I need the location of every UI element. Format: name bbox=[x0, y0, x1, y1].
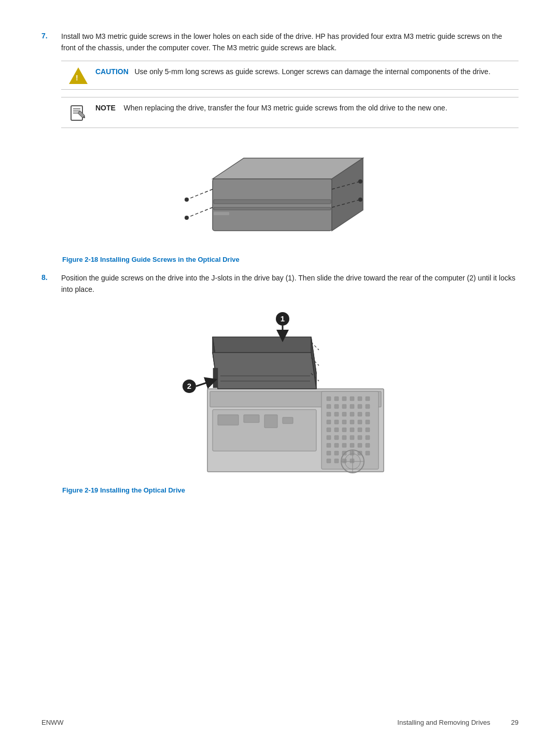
svg-rect-41 bbox=[327, 420, 331, 424]
figure-19-area: 1 2 Figure 2-19 Installing the Optical D… bbox=[41, 306, 519, 494]
step-8-text: Position the guide screws on the drive i… bbox=[61, 274, 515, 293]
svg-rect-47 bbox=[327, 428, 331, 432]
figure-19-caption-text: Installing the Optical Drive bbox=[98, 486, 185, 494]
figure-19-label: Figure 2-19 bbox=[62, 486, 98, 494]
svg-rect-9 bbox=[214, 200, 331, 204]
svg-rect-83 bbox=[283, 417, 293, 424]
figure-18-caption: Figure 2-18 Installing Guide Screws in t… bbox=[41, 256, 519, 263]
svg-point-19 bbox=[358, 198, 362, 202]
svg-rect-62 bbox=[350, 443, 354, 447]
svg-rect-30 bbox=[334, 404, 339, 409]
svg-rect-50 bbox=[350, 428, 354, 432]
page-footer: ENWW Installing and Removing Drives 29 bbox=[41, 719, 519, 726]
svg-rect-43 bbox=[342, 420, 346, 424]
svg-point-16 bbox=[185, 198, 189, 202]
caution-icon bbox=[68, 67, 88, 84]
footer-page: 29 bbox=[511, 719, 519, 726]
svg-rect-32 bbox=[350, 404, 354, 409]
step-7-number: 7. bbox=[41, 31, 52, 135]
svg-rect-72 bbox=[334, 459, 339, 463]
svg-rect-73 bbox=[342, 459, 346, 463]
notepad-icon bbox=[69, 104, 88, 122]
footer-right: Installing and Removing Drives 29 bbox=[397, 719, 519, 726]
caution-box: CAUTION Use only 5-mm long screws as gui… bbox=[61, 61, 519, 90]
figure-18-image bbox=[171, 148, 389, 251]
note-box: NOTE When replacing the drive, transfer … bbox=[61, 97, 519, 128]
svg-rect-31 bbox=[342, 404, 346, 409]
step-7: 7. Install two M3 metric guide screws in… bbox=[41, 31, 519, 135]
svg-rect-56 bbox=[350, 435, 354, 440]
svg-rect-52 bbox=[366, 428, 370, 432]
svg-rect-40 bbox=[366, 412, 370, 416]
footer-section: Installing and Removing Drives bbox=[397, 719, 490, 726]
svg-rect-70 bbox=[366, 451, 370, 455]
svg-rect-42 bbox=[334, 420, 339, 424]
svg-rect-26 bbox=[350, 397, 354, 401]
svg-rect-74 bbox=[350, 459, 354, 463]
svg-marker-87 bbox=[213, 353, 316, 389]
svg-rect-54 bbox=[334, 435, 339, 440]
svg-rect-34 bbox=[366, 404, 370, 409]
svg-rect-71 bbox=[327, 459, 331, 463]
figure-18-area: Figure 2-18 Installing Guide Screws in t… bbox=[41, 148, 519, 263]
svg-rect-80 bbox=[218, 415, 239, 425]
svg-rect-45 bbox=[358, 420, 362, 424]
svg-rect-10 bbox=[214, 207, 331, 210]
figure-18-label: Figure 2-18 bbox=[62, 256, 98, 263]
svg-rect-64 bbox=[366, 443, 370, 447]
svg-rect-37 bbox=[342, 412, 346, 416]
svg-rect-29 bbox=[327, 404, 331, 409]
svg-rect-65 bbox=[327, 451, 331, 455]
figure-19-image: 1 2 bbox=[156, 306, 404, 482]
svg-text:2: 2 bbox=[187, 382, 191, 390]
svg-rect-39 bbox=[358, 412, 362, 416]
svg-rect-59 bbox=[327, 443, 331, 447]
svg-rect-27 bbox=[358, 397, 362, 401]
svg-rect-61 bbox=[342, 443, 346, 447]
svg-rect-48 bbox=[334, 428, 339, 432]
note-icon bbox=[68, 104, 88, 122]
svg-rect-44 bbox=[350, 420, 354, 424]
svg-rect-11 bbox=[214, 212, 229, 215]
svg-rect-82 bbox=[264, 415, 277, 428]
figure-19-caption: Figure 2-19 Installing the Optical Drive bbox=[41, 486, 519, 494]
step-8: 8. Position the guide screws on the driv… bbox=[41, 273, 519, 295]
footer-left: ENWW bbox=[41, 719, 64, 726]
svg-rect-24 bbox=[334, 397, 339, 401]
svg-rect-38 bbox=[350, 412, 354, 416]
svg-rect-28 bbox=[366, 397, 370, 401]
svg-line-101 bbox=[196, 381, 212, 386]
svg-rect-81 bbox=[244, 415, 259, 423]
svg-rect-63 bbox=[358, 443, 362, 447]
svg-rect-55 bbox=[342, 435, 346, 440]
svg-rect-66 bbox=[334, 451, 339, 455]
svg-rect-53 bbox=[327, 435, 331, 440]
svg-rect-58 bbox=[366, 435, 370, 440]
caution-label: CAUTION bbox=[95, 67, 129, 76]
caution-body: Use only 5-mm long screws as guide screw… bbox=[134, 67, 490, 76]
svg-rect-25 bbox=[342, 397, 346, 401]
svg-rect-23 bbox=[327, 397, 331, 401]
svg-text:1: 1 bbox=[281, 314, 285, 323]
svg-rect-6 bbox=[213, 179, 332, 231]
svg-rect-33 bbox=[358, 404, 362, 409]
svg-line-12 bbox=[187, 189, 213, 200]
svg-rect-36 bbox=[334, 412, 339, 416]
svg-point-17 bbox=[185, 216, 189, 220]
svg-rect-88 bbox=[213, 368, 218, 388]
note-body: When replacing the drive, transfer the f… bbox=[123, 104, 447, 112]
svg-rect-57 bbox=[358, 435, 362, 440]
svg-rect-46 bbox=[366, 420, 370, 424]
caution-text: CAUTION Use only 5-mm long screws as gui… bbox=[95, 66, 511, 78]
note-label: NOTE bbox=[95, 104, 116, 112]
step-7-text: Install two M3 metric guide screws in th… bbox=[61, 32, 502, 52]
svg-rect-35 bbox=[327, 412, 331, 416]
figure-18-caption-text: Installing Guide Screws in the Optical D… bbox=[98, 256, 239, 263]
svg-rect-60 bbox=[334, 443, 339, 447]
svg-point-18 bbox=[358, 179, 362, 184]
step-8-number: 8. bbox=[41, 273, 52, 295]
svg-rect-68 bbox=[350, 451, 354, 455]
note-text: NOTE When replacing the drive, transfer … bbox=[95, 103, 511, 114]
svg-rect-49 bbox=[342, 428, 346, 432]
svg-rect-51 bbox=[358, 428, 362, 432]
